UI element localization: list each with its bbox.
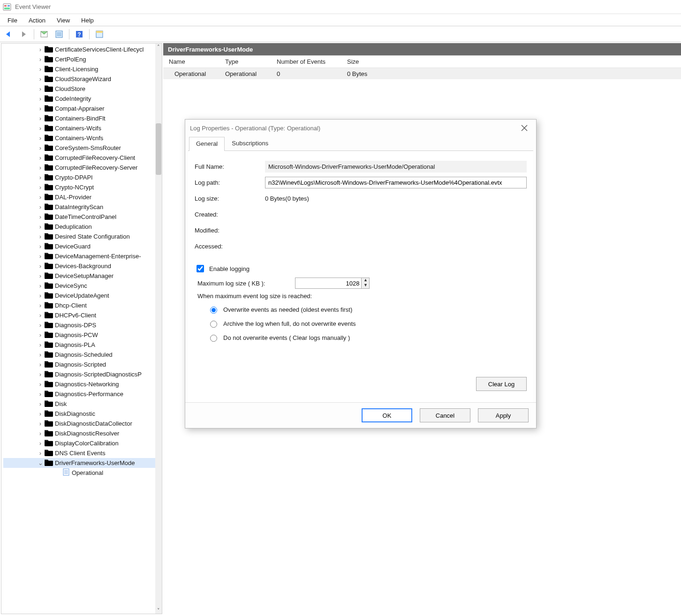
tree-item[interactable]: ›CorruptedFileRecovery-Client (3, 153, 155, 163)
scroll-down-icon[interactable]: ˅ (155, 607, 162, 614)
menu-file[interactable]: File (3, 16, 22, 25)
tree-item[interactable]: ⌄DriverFrameworks-UserMode (3, 458, 155, 468)
tree-item[interactable]: ›Diagnosis-PCW (3, 330, 155, 340)
max-size-input[interactable] (295, 279, 361, 288)
spinner-down-icon[interactable]: ▼ (362, 283, 369, 288)
input-log-path[interactable] (265, 177, 527, 188)
tree-item[interactable]: ›Diagnosis-Scripted (3, 360, 155, 369)
tree-item[interactable]: ›CloudStorageWizard (3, 74, 155, 84)
tree-item[interactable]: ›DeviceUpdateAgent (3, 291, 155, 300)
tree-item[interactable]: ›Containers-Wcnfs (3, 133, 155, 143)
chevron-down-icon[interactable]: ⌄ (37, 460, 44, 466)
tree-item[interactable]: ›CoreSystem-SmsRouter (3, 143, 155, 153)
dialog-close-button[interactable] (517, 122, 531, 134)
chevron-right-icon[interactable]: › (37, 332, 44, 338)
tree-item[interactable]: ›Diagnosis-PLA (3, 340, 155, 350)
tree-item[interactable]: ›Crypto-NCrypt (3, 182, 155, 192)
tree-item[interactable]: ›DeviceSetupManager (3, 271, 155, 281)
chevron-right-icon[interactable]: › (37, 46, 44, 53)
chevron-right-icon[interactable]: › (37, 273, 44, 279)
chevron-right-icon[interactable]: › (37, 204, 44, 210)
tree-item[interactable]: ›DateTimeControlPanel (3, 212, 155, 222)
chevron-right-icon[interactable]: › (37, 86, 44, 92)
chevron-right-icon[interactable]: › (37, 174, 44, 180)
chevron-right-icon[interactable]: › (37, 371, 44, 377)
chevron-right-icon[interactable]: › (37, 401, 44, 407)
tree-item[interactable]: ›Diagnosis-ScriptedDiagnosticsP (3, 369, 155, 379)
clear-log-button[interactable]: Clear Log (476, 377, 527, 391)
tree-item[interactable]: ›Containers-BindFlt (3, 113, 155, 123)
apply-button[interactable]: Apply (478, 408, 529, 422)
chevron-right-icon[interactable]: › (37, 312, 44, 318)
chevron-right-icon[interactable]: › (37, 352, 44, 358)
chevron-right-icon[interactable]: › (37, 233, 44, 240)
dialog-titlebar[interactable]: Log Properties - Operational (Type: Oper… (185, 120, 536, 136)
chevron-right-icon[interactable]: › (37, 342, 44, 348)
tab-subscriptions[interactable]: Subscriptions (225, 136, 275, 150)
tree-item[interactable]: ›DiskDiagnostic (3, 409, 155, 419)
menu-action[interactable]: Action (24, 16, 50, 25)
scroll-thumb[interactable] (156, 123, 161, 175)
chevron-right-icon[interactable]: › (37, 214, 44, 220)
chevron-right-icon[interactable]: › (37, 96, 44, 102)
table-row[interactable]: Operational Operational 0 0 Bytes (163, 68, 681, 79)
radio-overwrite[interactable] (210, 307, 217, 314)
tree-leaf-operational[interactable]: Operational (3, 468, 155, 478)
chevron-right-icon[interactable]: › (37, 194, 44, 200)
chevron-right-icon[interactable]: › (37, 381, 44, 387)
tree-item[interactable]: ›Diagnosis-DPS (3, 320, 155, 330)
chevron-right-icon[interactable]: › (37, 253, 44, 259)
tree-scrollbar[interactable]: ˄ ˅ (155, 44, 162, 614)
chevron-right-icon[interactable]: › (37, 56, 44, 62)
chevron-right-icon[interactable]: › (37, 263, 44, 269)
scroll-up-icon[interactable]: ˄ (155, 44, 162, 50)
chevron-right-icon[interactable]: › (37, 322, 44, 328)
tree-item[interactable]: ›CorruptedFileRecovery-Server (3, 163, 155, 173)
chevron-right-icon[interactable]: › (37, 411, 44, 417)
tree-item[interactable]: ›Disk (3, 399, 155, 409)
chevron-right-icon[interactable]: › (37, 293, 44, 299)
nav-back-button[interactable] (3, 28, 15, 40)
tree-item[interactable]: ›DAL-Provider (3, 192, 155, 202)
chevron-right-icon[interactable]: › (37, 125, 44, 131)
chevron-right-icon[interactable]: › (37, 105, 44, 112)
action-pane-toggle-button[interactable] (38, 28, 50, 40)
chevron-right-icon[interactable]: › (37, 66, 44, 72)
nav-forward-button[interactable] (18, 28, 30, 40)
max-size-spinner[interactable]: ▲ ▼ (295, 278, 370, 289)
show-pane-button[interactable] (93, 28, 106, 40)
chevron-right-icon[interactable]: › (37, 155, 44, 161)
column-size[interactable]: Size (347, 58, 681, 65)
tree-item[interactable]: ›Crypto-DPAPI (3, 173, 155, 182)
tree-item[interactable]: ›CloudStore (3, 84, 155, 94)
tree-item[interactable]: ›DNS Client Events (3, 448, 155, 458)
radio-row-overwrite[interactable]: Overwrite events as needed (oldest event… (208, 302, 527, 316)
tree-item[interactable]: ›Client-Licensing (3, 64, 155, 74)
chevron-right-icon[interactable]: › (37, 115, 44, 121)
properties-button[interactable] (53, 28, 65, 40)
radio-none[interactable] (210, 335, 217, 342)
tree-item[interactable]: ›Desired State Configuration (3, 232, 155, 241)
tree-item[interactable]: ›Containers-Wcifs (3, 123, 155, 133)
tree-item[interactable]: ›Deduplication (3, 222, 155, 232)
help-button[interactable]: ? (73, 28, 85, 40)
chevron-right-icon[interactable]: › (37, 450, 44, 456)
chevron-right-icon[interactable]: › (37, 440, 44, 446)
tree-item[interactable]: ›DisplayColorCalibration (3, 438, 155, 448)
chevron-right-icon[interactable]: › (37, 430, 44, 436)
enable-logging-checkbox[interactable] (197, 265, 204, 272)
tree-item[interactable]: ›Diagnostics-Networking (3, 379, 155, 389)
column-type[interactable]: Type (225, 58, 277, 65)
tree-item[interactable]: ›Diagnosis-Scheduled (3, 350, 155, 360)
chevron-right-icon[interactable]: › (37, 243, 44, 249)
chevron-right-icon[interactable]: › (37, 135, 44, 141)
tree-item[interactable]: ›DeviceSync (3, 281, 155, 291)
tree-item[interactable]: ›Diagnostics-Performance (3, 389, 155, 399)
tree-item[interactable]: ›DiskDiagnosticResolver (3, 428, 155, 438)
column-events[interactable]: Number of Events (277, 58, 347, 65)
radio-row-none[interactable]: Do not overwrite events ( Clear logs man… (208, 331, 527, 345)
chevron-right-icon[interactable]: › (37, 76, 44, 82)
ok-button[interactable]: OK (362, 408, 412, 422)
menu-help[interactable]: Help (76, 16, 98, 25)
chevron-right-icon[interactable]: › (37, 302, 44, 308)
